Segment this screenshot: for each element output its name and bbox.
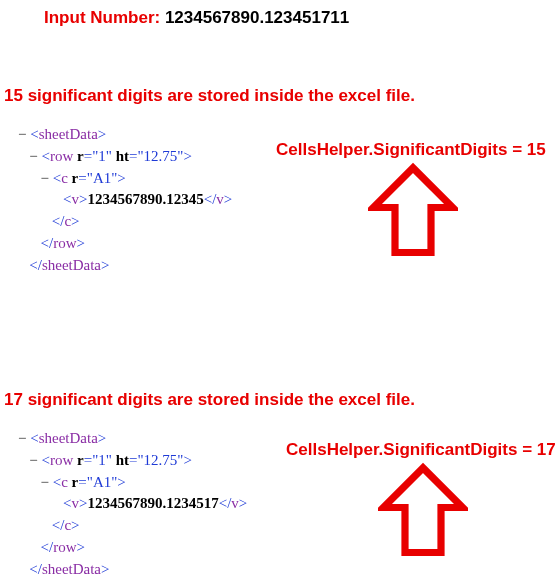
xml15-row-r: 1: [98, 148, 106, 164]
xml17-c-r: A1: [93, 474, 111, 490]
xml17-row-ht: 12.75: [144, 452, 178, 468]
input-row: Input Number: 1234567890.123451711: [44, 8, 349, 28]
xml17-row-r: 1: [98, 452, 106, 468]
input-value: 1234567890.123451711: [165, 8, 349, 27]
svg-marker-0: [373, 168, 452, 253]
svg-marker-1: [383, 468, 462, 553]
up-arrow-icon: [378, 462, 468, 562]
xml15-row-ht: 12.75: [144, 148, 178, 164]
sigdigits-15-label: CellsHelper.SignificantDigits = 15: [276, 140, 546, 160]
xml-block-15: − <sheetData> − <row r="1" ht="12.75"> −…: [18, 124, 232, 276]
section-17-title: 17 significant digits are stored inside …: [4, 390, 415, 410]
sigdigits-17-label: CellsHelper.SignificantDigits = 17: [286, 440, 556, 460]
up-arrow-icon: [368, 162, 458, 262]
xml15-c-r: A1: [93, 170, 111, 186]
xml15-value: 1234567890.12345: [87, 191, 203, 207]
input-label: Input Number:: [44, 8, 165, 27]
xml17-value: 1234567890.1234517: [87, 495, 218, 511]
xml-block-17: − <sheetData> − <row r="1" ht="12.75"> −…: [18, 428, 247, 580]
section-15-title: 15 significant digits are stored inside …: [4, 86, 415, 106]
